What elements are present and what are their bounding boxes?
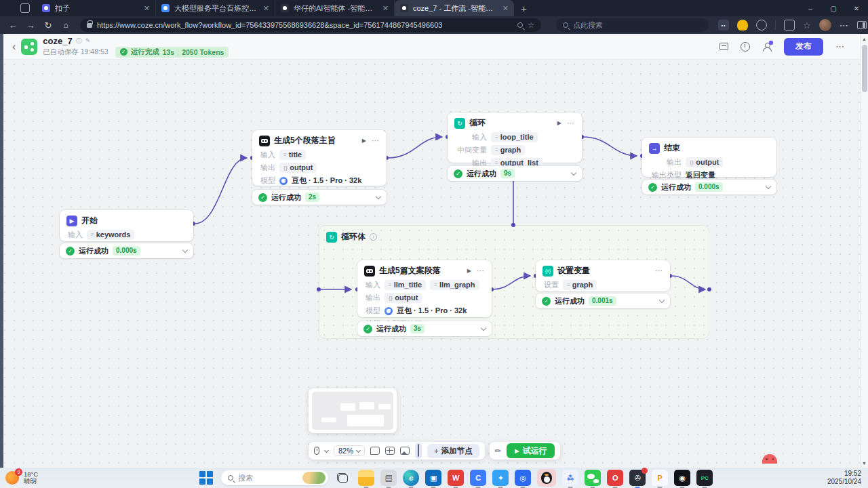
duck-extension-icon[interactable] bbox=[737, 20, 748, 30]
variable-pill[interactable]: ≡llm_title bbox=[384, 280, 426, 290]
variable-pill[interactable]: ≡loop_title bbox=[491, 132, 538, 142]
node-setvar-status[interactable]: ✓ 运行成功 0.001s bbox=[536, 293, 670, 308]
sidebar-panel-icon[interactable] bbox=[857, 21, 867, 29]
node-more-icon[interactable]: ⋯ bbox=[372, 136, 380, 145]
scroll-thumb[interactable] bbox=[862, 45, 867, 92]
chevron-down-icon[interactable] bbox=[481, 325, 486, 330]
variable-pill[interactable]: {}output bbox=[384, 293, 422, 303]
back-chevron-icon[interactable]: ‹ bbox=[12, 41, 16, 53]
taskbar-clock[interactable]: 19:52 2025/10/24 bbox=[827, 470, 861, 486]
node-start-status[interactable]: ✓ 运行成功 0.000s bbox=[60, 243, 193, 258]
node-start[interactable]: ▶ 开始 输入 ≡keywords bbox=[60, 210, 193, 241]
run-complete-badge[interactable]: ✓ 运行完成 13s 2050 Tokens bbox=[115, 47, 229, 58]
node-more-icon[interactable]: ⋯ bbox=[567, 119, 575, 127]
publish-button[interactable]: 发布 bbox=[784, 38, 823, 56]
node-llm1-status[interactable]: ✓ 运行成功 2s bbox=[252, 190, 387, 205]
forward-button[interactable]: → bbox=[22, 20, 39, 30]
chevron-down-icon[interactable] bbox=[376, 193, 381, 199]
more-menu-icon[interactable]: ⋯ bbox=[835, 41, 845, 52]
chevron-down-icon[interactable] bbox=[324, 447, 329, 452]
extension-icon[interactable] bbox=[718, 20, 729, 30]
back-button[interactable]: ← bbox=[4, 20, 22, 30]
scroll-up-arrow[interactable]: ▲ bbox=[862, 34, 867, 43]
browser-tab-1[interactable]: 扣子 ✕ bbox=[37, 0, 156, 16]
taskbar-app-blue-circle[interactable]: ◎ bbox=[515, 470, 531, 486]
taskbar-app-file-explorer[interactable] bbox=[358, 470, 374, 486]
browser-tab-2[interactable]: 大模型服务平台百炼控制台 ✕ bbox=[156, 0, 275, 16]
search-icon[interactable] bbox=[517, 22, 523, 28]
taskbar-app-wps[interactable]: W bbox=[448, 470, 464, 486]
taskbar-app-tencent-docs[interactable]: ⁂ bbox=[562, 470, 578, 486]
edit-icon[interactable]: ✎ bbox=[85, 37, 91, 44]
close-button[interactable]: ✕ bbox=[845, 0, 868, 16]
url-text[interactable]: https://www.coze.cn/work_flow?workflow_i… bbox=[97, 21, 513, 29]
add-node-button[interactable]: + 添加节点 bbox=[427, 444, 479, 458]
variable-pill[interactable]: ≡keywords bbox=[87, 230, 134, 240]
tab-close-icon[interactable]: ✕ bbox=[263, 4, 269, 13]
taskbar-app-pycharm[interactable]: PC bbox=[696, 470, 713, 486]
favorites-icon[interactable]: ☆ bbox=[803, 20, 811, 30]
scroll-down-arrow[interactable]: ▼ bbox=[862, 458, 867, 468]
node-run-icon[interactable]: ▶ bbox=[362, 138, 366, 144]
tab-search-icon[interactable] bbox=[20, 3, 30, 13]
weather-widget[interactable]: 9 18°C 晴朗 bbox=[5, 471, 38, 485]
variable-pill[interactable]: ≡graph bbox=[491, 145, 525, 155]
ring-extension-icon[interactable] bbox=[756, 20, 767, 30]
taskbar-app-qq-active[interactable] bbox=[537, 469, 556, 487]
start-button[interactable] bbox=[199, 471, 213, 485]
taskbar-app-store[interactable]: ▣ bbox=[425, 470, 441, 486]
taskbar-app-quark[interactable]: C bbox=[470, 470, 486, 486]
node-llm-paragraph-content[interactable]: 生成5篇文案段落 ▶ ⋯ 输入 ≡llm_title ≡llm_graph 输出… bbox=[357, 260, 492, 317]
comment-icon[interactable] bbox=[370, 447, 380, 455]
collaborate-icon[interactable] bbox=[762, 42, 772, 52]
taskbar-app-map[interactable]: ◉ bbox=[674, 470, 690, 486]
maximize-button[interactable]: ▢ bbox=[822, 0, 845, 16]
node-llm-paragraph-topics[interactable]: 生成5个段落主旨 ▶ ⋯ 输入 ≡title 输出 {}output 模型 豆包… bbox=[252, 130, 387, 186]
tab-close-icon[interactable]: ✕ bbox=[144, 4, 150, 13]
debug-pen-icon[interactable]: ✎ bbox=[493, 445, 504, 456]
media-extension-icon[interactable] bbox=[784, 20, 795, 30]
tab-close-icon[interactable]: ✕ bbox=[382, 4, 389, 13]
workflow-canvas[interactable]: ↻ 循环体 i ▶ 开始 输入 ≡keywords ✓ 运行成功 0.000s bbox=[0, 60, 868, 468]
taskbar-app-music[interactable]: O bbox=[607, 470, 623, 486]
node-run-icon[interactable]: ▶ bbox=[557, 120, 561, 126]
variable-pill[interactable]: ≡llm_graph bbox=[430, 280, 479, 290]
quick-search-input[interactable]: 点此搜索 bbox=[556, 18, 709, 32]
taskbar-search[interactable]: 搜索 bbox=[221, 470, 328, 485]
variable-pill[interactable]: {}output bbox=[279, 163, 317, 173]
taskbar-app-pp[interactable]: P bbox=[652, 470, 668, 486]
node-set-variable[interactable]: {x} 设置变量 ⋯ 设置 ≡graph bbox=[536, 260, 670, 291]
node-loop-status[interactable]: ✓ 运行成功 9s bbox=[448, 166, 582, 181]
address-bar[interactable]: https://www.coze.cn/work_flow?workflow_i… bbox=[80, 18, 541, 32]
taskbar-app-steam[interactable]: ✇ bbox=[629, 470, 646, 486]
history-icon[interactable] bbox=[741, 42, 750, 52]
reload-button[interactable]: ↻ bbox=[39, 20, 57, 30]
info-icon[interactable]: ⓘ bbox=[76, 37, 82, 45]
taskbar-app-thunder[interactable]: ✦ bbox=[492, 470, 509, 486]
browser-tab-3[interactable]: 华仔的AI智能体 -智能体 - 扣子 ✕ bbox=[275, 0, 395, 16]
node-run-icon[interactable]: ▶ bbox=[467, 268, 471, 274]
home-button[interactable]: ⌂ bbox=[57, 20, 75, 30]
minimap[interactable] bbox=[309, 388, 397, 433]
taskbar-app-wechat[interactable] bbox=[585, 470, 601, 486]
chevron-down-icon[interactable] bbox=[659, 297, 665, 302]
variable-pill[interactable]: ≡title bbox=[279, 150, 306, 160]
browser-tab-active[interactable]: coze_7 - 工作流 -智能体平台 ✕ bbox=[395, 0, 514, 16]
snapshot-icon[interactable] bbox=[400, 447, 410, 455]
node-llm2-status[interactable]: ✓ 运行成功 3s bbox=[357, 321, 492, 336]
test-run-button[interactable]: ▶ 试运行 bbox=[507, 443, 555, 458]
layout-grid-icon[interactable] bbox=[385, 447, 395, 455]
node-more-icon[interactable]: ⋯ bbox=[655, 266, 663, 275]
node-end-status[interactable]: ✓ 运行成功 0.000s bbox=[642, 180, 776, 195]
profile-avatar[interactable] bbox=[819, 19, 831, 31]
layout-panels-icon[interactable] bbox=[719, 43, 728, 50]
chevron-down-icon[interactable] bbox=[571, 169, 576, 175]
chevron-down-icon[interactable] bbox=[766, 183, 771, 188]
tab-close-icon[interactable]: ✕ bbox=[502, 4, 509, 13]
taskbar-app-edge[interactable]: e bbox=[403, 470, 419, 486]
taskbar-app-device-tool[interactable]: ▤ bbox=[380, 470, 397, 486]
chevron-down-icon[interactable] bbox=[182, 247, 188, 252]
vertical-scrollbar[interactable]: ▲ ▼ bbox=[860, 34, 868, 468]
new-tab-button[interactable]: + bbox=[521, 3, 527, 14]
browser-menu-icon[interactable]: ⋯ bbox=[840, 20, 849, 30]
